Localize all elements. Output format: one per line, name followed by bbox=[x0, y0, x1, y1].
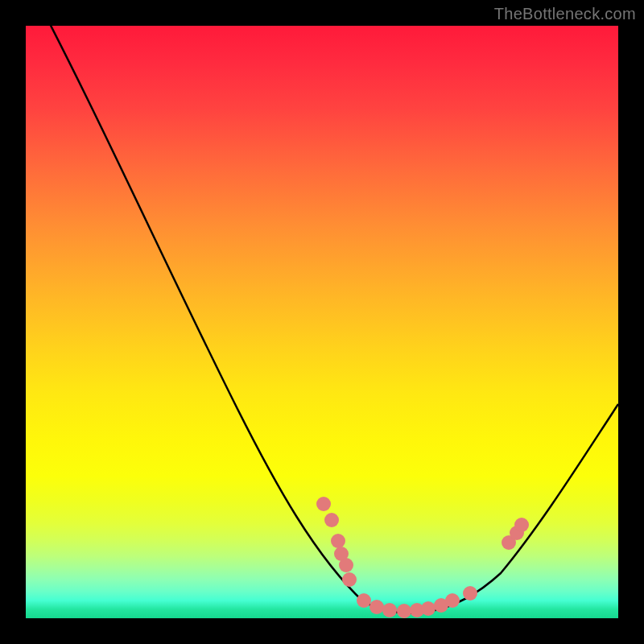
data-point bbox=[342, 572, 357, 587]
data-point bbox=[331, 534, 345, 548]
data-point bbox=[324, 513, 339, 527]
curve-path bbox=[26, 26, 618, 613]
plot-area bbox=[26, 26, 618, 618]
data-point bbox=[369, 600, 384, 614]
marker-group bbox=[316, 497, 529, 618]
data-point bbox=[382, 603, 397, 617]
data-point bbox=[463, 586, 477, 601]
data-point bbox=[357, 593, 371, 608]
attribution-text: TheBottleneck.com bbox=[494, 5, 636, 23]
data-point bbox=[445, 593, 460, 608]
data-point bbox=[514, 518, 529, 532]
data-point bbox=[339, 558, 353, 572]
chart-frame: TheBottleneck.com bbox=[0, 0, 644, 644]
data-point bbox=[421, 601, 436, 616]
data-point bbox=[397, 604, 411, 618]
data-point bbox=[316, 497, 331, 511]
bottleneck-curve bbox=[26, 26, 618, 618]
